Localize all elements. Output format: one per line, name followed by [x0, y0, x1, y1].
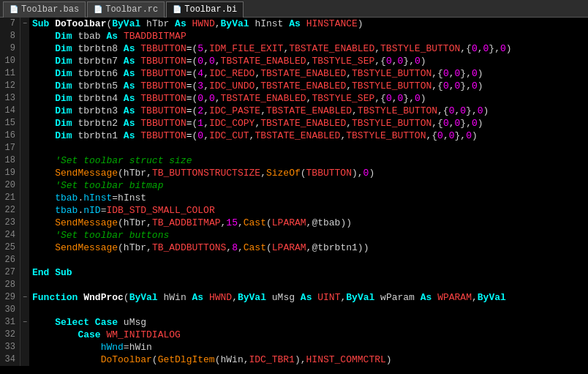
code-text-28 — [29, 279, 588, 291]
line-num-18: 18 — [0, 154, 20, 167]
line-num-11: 11 — [0, 67, 20, 80]
code-text-7: Sub DoToolbar(ByVal hTbr As HWND,ByVal h… — [29, 18, 588, 30]
code-line-15: 15 Dim tbrbtn2 As TBBUTTON=(1,IDC_COPY,T… — [0, 117, 588, 130]
code-text-10: Dim tbrbtn7 As TBBUTTON=(0,0,TBSTATE_ENA… — [29, 55, 588, 67]
line-num-23: 23 — [0, 217, 20, 229]
code-line-19: 19 SendMessage(hTbr,TB_BUTTONSTRUCTSIZE,… — [0, 167, 588, 179]
code-text-15: Dim tbrbtn2 As TBBUTTON=(1,IDC_COPY,TBST… — [29, 117, 588, 130]
code-line-18: 18 'Set toolbar struct size — [0, 154, 588, 167]
tab-toolbar-bas[interactable]: 📄 Toolbar.bas — [3, 1, 86, 18]
code-text-22: tbab.nID=IDB_STD_SMALL_COLOR — [29, 204, 588, 217]
tab-label-rc: Toolbar.rc — [105, 4, 158, 15]
line-num-15: 15 — [0, 117, 20, 130]
code-text-24: 'Set toolbar buttons — [29, 229, 588, 242]
code-text-9: Dim tbrbtn8 As TBBUTTON=(5,IDM_FILE_EXIT… — [29, 42, 588, 55]
code-text-29: Function WndProc(ByVal hWin As HWND,ByVa… — [29, 291, 588, 304]
code-line-16: 16 Dim tbrbtn1 As TBBUTTON=(0,IDC_CUT,TB… — [0, 130, 588, 142]
code-line-10: 10 Dim tbrbtn7 As TBBUTTON=(0,0,TBSTATE_… — [0, 55, 588, 67]
code-line-14: 14 Dim tbrbtn3 As TBBUTTON=(2,IDC_PASTE,… — [0, 105, 588, 117]
code-line-31: 31 − Select Case uMsg — [0, 316, 588, 329]
code-line-22: 22 tbab.nID=IDB_STD_SMALL_COLOR — [0, 204, 588, 217]
collapse-15 — [20, 117, 29, 130]
tab-label-bi: Toolbar.bi — [184, 4, 237, 15]
collapse-22 — [20, 204, 29, 217]
code-line-17: 17 — [0, 142, 588, 154]
collapse-31[interactable]: − — [20, 316, 29, 329]
code-text-30 — [29, 304, 588, 316]
tab-toolbar-rc[interactable]: 📄 Toolbar.rc — [87, 1, 165, 18]
collapse-29[interactable]: − — [20, 291, 29, 304]
code-text-17 — [29, 142, 588, 154]
line-num-19: 19 — [0, 167, 20, 179]
code-text-27: End Sub — [29, 266, 588, 279]
code-line-23: 23 SendMessage(hTbr,TB_ADDBITMAP,15,Cast… — [0, 217, 588, 229]
code-text-16: Dim tbrbtn1 As TBBUTTON=(0,IDC_CUT,TBSTA… — [29, 130, 588, 142]
code-line-11: 11 Dim tbrbtn6 As TBBUTTON=(4,IDC_REDO,T… — [0, 67, 588, 80]
tab-icon-bas: 📄 — [10, 5, 18, 14]
tab-toolbar-bi[interactable]: 📄 Toolbar.bi — [166, 1, 244, 18]
code-line-12: 12 Dim tbrbtn5 As TBBUTTON=(3,IDC_UNDO,T… — [0, 80, 588, 92]
collapse-10 — [20, 55, 29, 67]
code-line-28: 28 — [0, 279, 588, 291]
collapse-11 — [20, 67, 29, 80]
code-line-24: 24 'Set toolbar buttons — [0, 229, 588, 242]
line-num-17: 17 — [0, 142, 20, 154]
code-editor: 7 − Sub DoToolbar(ByVal hTbr As HWND,ByV… — [0, 18, 588, 374]
code-text-33: hWnd=hWin — [29, 341, 588, 354]
line-num-7: 7 — [0, 18, 20, 30]
code-text-13: Dim tbrbtn4 As TBBUTTON=(0,0,TBSTATE_ENA… — [29, 92, 588, 105]
collapse-28 — [20, 279, 29, 291]
line-num-9: 9 — [0, 42, 20, 55]
collapse-14 — [20, 105, 29, 117]
code-text-31: Select Case uMsg — [29, 316, 588, 329]
code-text-21: tbab.hInst=hInst — [29, 192, 588, 204]
code-line-20: 20 'Set toolbar bitmap — [0, 179, 588, 192]
line-num-16: 16 — [0, 130, 20, 142]
collapse-27 — [20, 266, 29, 279]
collapse-23 — [20, 217, 29, 229]
code-line-27: 27 End Sub — [0, 266, 588, 279]
code-line-30: 30 — [0, 304, 588, 316]
collapse-9 — [20, 42, 29, 55]
code-text-25: SendMessage(hTbr,TB_ADDBUTTONS,8,Cast(LP… — [29, 242, 588, 254]
line-num-30: 30 — [0, 304, 20, 316]
line-num-34: 34 — [0, 354, 20, 366]
tab-label-bas: Toolbar.bas — [21, 4, 79, 15]
line-num-24: 24 — [0, 229, 20, 242]
line-num-28: 28 — [0, 279, 20, 291]
code-text-34: DoToolbar(GetDlgItem(hWin,IDC_TBR1),HINS… — [29, 354, 588, 366]
line-num-26: 26 — [0, 254, 20, 266]
code-text-18: 'Set toolbar struct size — [29, 154, 588, 167]
code-text-23: SendMessage(hTbr,TB_ADDBITMAP,15,Cast(LP… — [29, 217, 588, 229]
collapse-19 — [20, 167, 29, 179]
line-num-21: 21 — [0, 192, 20, 204]
code-text-19: SendMessage(hTbr,TB_BUTTONSTRUCTSIZE,Siz… — [29, 167, 588, 179]
collapse-21 — [20, 192, 29, 204]
line-num-14: 14 — [0, 105, 20, 117]
collapse-13 — [20, 92, 29, 105]
line-num-25: 25 — [0, 242, 20, 254]
line-num-13: 13 — [0, 92, 20, 105]
collapse-7[interactable]: − — [20, 18, 29, 30]
line-num-20: 20 — [0, 179, 20, 192]
code-line-8: 8 Dim tbab As TBADDBITMAP — [0, 30, 588, 42]
collapse-26 — [20, 254, 29, 266]
code-text-26 — [29, 254, 588, 266]
code-line-25: 25 SendMessage(hTbr,TB_ADDBUTTONS,8,Cast… — [0, 242, 588, 254]
collapse-30 — [20, 304, 29, 316]
collapse-34 — [20, 354, 29, 366]
collapse-33 — [20, 341, 29, 354]
code-line-33: 33 hWnd=hWin — [0, 341, 588, 354]
code-text-11: Dim tbrbtn6 As TBBUTTON=(4,IDC_REDO,TBST… — [29, 67, 588, 80]
line-num-12: 12 — [0, 80, 20, 92]
line-num-33: 33 — [0, 341, 20, 354]
code-text-20: 'Set toolbar bitmap — [29, 179, 588, 192]
line-num-27: 27 — [0, 266, 20, 279]
collapse-32 — [20, 329, 29, 341]
code-text-14: Dim tbrbtn3 As TBBUTTON=(2,IDC_PASTE,TBS… — [29, 105, 588, 117]
collapse-24 — [20, 229, 29, 242]
collapse-20 — [20, 179, 29, 192]
code-line-9: 9 Dim tbrbtn8 As TBBUTTON=(5,IDM_FILE_EX… — [0, 42, 588, 55]
code-line-32: 32 Case WM_INITDIALOG — [0, 329, 588, 341]
code-line-21: 21 tbab.hInst=hInst — [0, 192, 588, 204]
